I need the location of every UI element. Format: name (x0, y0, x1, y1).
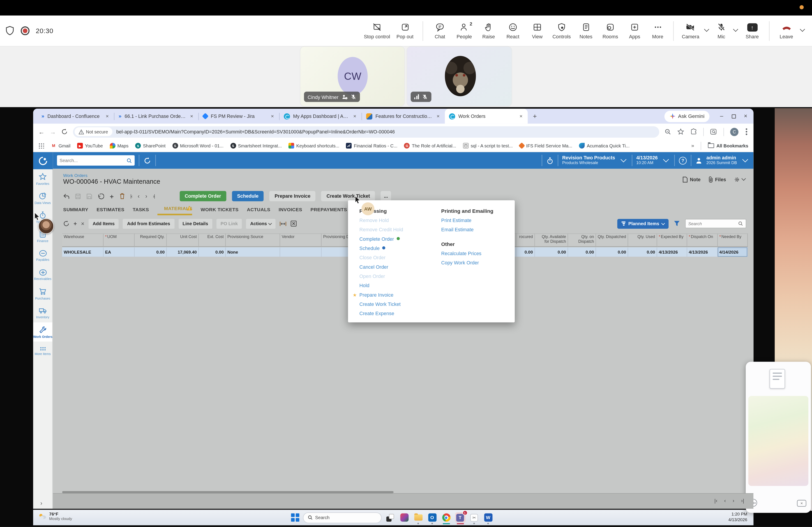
back-button[interactable]: ← (38, 128, 45, 135)
grid-column-header[interactable]: *Qty. Available for Dispatch (535, 233, 568, 247)
raise-hand-button[interactable]: Raise (476, 22, 501, 40)
add-from-estimates-button[interactable]: Add from Estimates (123, 219, 174, 229)
acumatica-logo[interactable] (33, 152, 53, 169)
note-button[interactable]: Note (683, 177, 700, 183)
leave-options-chevron-icon[interactable] (800, 27, 805, 30)
files-button[interactable]: Files (708, 177, 726, 183)
outlook-button[interactable]: O (427, 512, 437, 523)
sidebar-item-purchases[interactable]: Purchases (33, 284, 52, 303)
more-button[interactable]: More (647, 22, 669, 40)
stopwatch-icon[interactable] (546, 157, 553, 164)
menu-item[interactable]: ★Remove Hold (359, 216, 403, 225)
tab-work-orders-active[interactable]: Work Orders × (445, 109, 527, 124)
grid-delete-row-icon[interactable]: × (81, 221, 84, 227)
menu-item[interactable]: ★Prepare Invoice (359, 290, 403, 300)
sidebar-item-favorites[interactable]: Favorites (33, 169, 52, 189)
mic-options-chevron-icon[interactable] (733, 27, 738, 30)
menu-item[interactable]: ★Open Order (359, 272, 403, 281)
more-actions-button[interactable]: ... (381, 191, 391, 201)
start-button[interactable] (291, 513, 299, 522)
first-record-icon[interactable]: |‹ (130, 194, 132, 199)
grid-column-header[interactable]: *Needed By (718, 233, 748, 247)
tab-confluence-dashboard[interactable]: » Dashboard - Confluence × (37, 109, 114, 124)
tab-close-icon[interactable]: × (436, 114, 441, 119)
grid-cell[interactable]: 0.00 (199, 247, 226, 257)
sidebar-item-work-orders[interactable]: Work Orders (33, 322, 52, 342)
grid-cell[interactable]: 0.00 (568, 247, 596, 257)
people-button[interactable]: 2 People (452, 22, 476, 40)
previous-record-icon[interactable]: ‹ (138, 193, 140, 199)
apps-grid-icon[interactable] (38, 143, 44, 149)
tab-jira[interactable]: FS PM Review - Jira × (199, 109, 279, 124)
page-last-icon[interactable]: ›| (741, 498, 744, 503)
page-prev-icon[interactable]: ‹ (724, 498, 726, 503)
extensions-icon[interactable] (690, 128, 697, 135)
stop-control-button[interactable]: Stop control (362, 22, 392, 40)
grid-column-header[interactable]: *Unit Cost (167, 233, 199, 247)
grid-cell[interactable]: 17,069.40 (167, 247, 199, 257)
page-next-icon[interactable]: › (733, 498, 735, 503)
grid-column-header[interactable]: *Vendor (280, 233, 322, 247)
global-search[interactable] (57, 155, 135, 166)
video-tile-cindy[interactable]: CW Cindy Whitner ! (301, 47, 404, 106)
grid-cell[interactable]: EA (103, 247, 135, 257)
chat-button[interactable]: Chat (427, 22, 452, 40)
menu-item[interactable]: ★Create Work Ticket (359, 300, 403, 309)
bookmark-smartsheet[interactable]: SSmartsheet Integrat... (230, 143, 282, 149)
company-selector[interactable]: Revision Two Products Products Wholesale (562, 155, 615, 165)
company-chevron-icon[interactable] (621, 156, 626, 162)
planned-items-filter-button[interactable]: Planned Items (618, 219, 669, 229)
tab-search-icon[interactable] (710, 128, 717, 135)
menu-item[interactable]: ★Create Expense (359, 309, 403, 318)
grid-column-header[interactable]: *Dispatch On (687, 233, 718, 247)
menu-item[interactable]: ★Remove Credit Hold (359, 225, 403, 235)
schedule-button[interactable]: Schedule (232, 191, 264, 201)
word-button[interactable]: W (483, 512, 493, 523)
reload-button[interactable] (61, 128, 68, 135)
sidebar-item-more-items[interactable]: More Items (33, 342, 52, 361)
cancel-undo-icon[interactable] (98, 193, 104, 199)
bookmark-sql-script[interactable]: sql - A script to test... (463, 143, 513, 149)
taskbar-search[interactable]: Search (303, 512, 381, 523)
tab-close-icon[interactable]: × (105, 114, 110, 119)
teams-button[interactable]: T1 (455, 512, 465, 523)
zoom-icon[interactable] (665, 128, 671, 135)
bookmarks-overflow-chevrons-icon[interactable]: » (691, 143, 694, 149)
bookmark-maps[interactable]: Maps (110, 143, 129, 149)
help-icon[interactable]: ? (679, 157, 686, 164)
tab-confluence-66-1[interactable]: » 66.1 - Link Purchase Order Line × (114, 109, 198, 124)
sidebar-item-inventory[interactable]: Inventory (33, 303, 52, 322)
bookmark-youtube[interactable]: ▶YouTube (77, 143, 103, 149)
grid-cell[interactable]: WHOLESALE (62, 247, 104, 257)
page-first-icon[interactable]: |‹ (714, 498, 717, 503)
delete-icon[interactable] (119, 193, 125, 199)
bookmark-role-of-ai[interactable]: GThe Role of Artificial... (404, 143, 456, 149)
menu-item[interactable]: ★Close Order (359, 253, 403, 262)
export-to-excel-icon[interactable] (291, 221, 297, 227)
fit-width-icon[interactable] (280, 221, 287, 226)
all-bookmarks-button[interactable]: All Bookmarks (708, 143, 748, 148)
react-button[interactable]: React (501, 22, 525, 40)
save-icon[interactable] (86, 193, 92, 199)
menu-item[interactable]: Email Estimate (441, 225, 493, 235)
tab-close-icon[interactable]: × (189, 114, 194, 119)
grid-search-input[interactable] (688, 221, 736, 226)
grid-cell[interactable]: 0.00 (516, 247, 535, 257)
prepare-invoice-button[interactable]: Prepare Invoice (269, 191, 316, 201)
insert-icon[interactable]: + (110, 192, 114, 200)
actions-dropdown[interactable]: Actions (246, 219, 276, 229)
po-link-button[interactable]: PO Link (216, 219, 242, 229)
grid-cell[interactable]: 4/13/2026 (687, 247, 718, 257)
record-tab[interactable]: TASKS (133, 206, 149, 215)
go-back-icon[interactable] (63, 193, 70, 199)
task-view-button[interactable] (385, 512, 395, 523)
ask-gemini-button[interactable]: Ask Gemini (665, 110, 710, 122)
menu-item[interactable]: ★Cancel Order (359, 262, 403, 272)
bookmark-financial-ratios[interactable]: Financial Ratios - C... (346, 143, 397, 149)
menu-item[interactable]: ★Hold (359, 281, 403, 290)
grid-column-header[interactable]: *Required Qty. (135, 233, 167, 247)
maximize-button[interactable] (731, 114, 736, 118)
sidebar-item-receivables[interactable]: Receivables (33, 265, 52, 284)
grid-search[interactable] (685, 219, 746, 228)
grid-column-header[interactable]: *Warehouse (62, 233, 104, 247)
